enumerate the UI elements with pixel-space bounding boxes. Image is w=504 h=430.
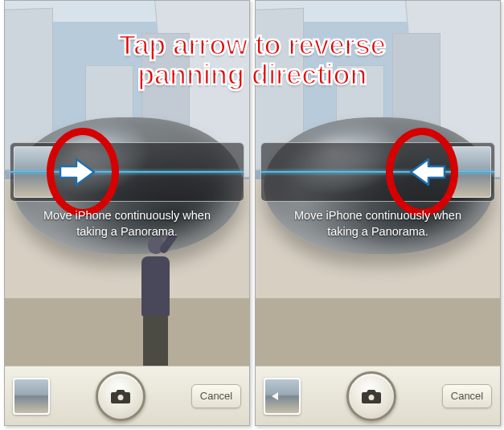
camera-icon (110, 387, 131, 405)
camera-bottom-bar: Cancel (5, 366, 249, 425)
camera-icon (361, 387, 382, 405)
arrow-left-icon (409, 158, 446, 186)
cancel-button[interactable]: Cancel (442, 384, 492, 408)
last-photo-thumbnail[interactable] (264, 378, 301, 415)
screenshot-left: Move iPhone continuously when taking a P… (4, 0, 250, 426)
screenshot-right: Move iPhone continuously when taking a P… (255, 0, 501, 426)
panorama-instruction-text: Move iPhone continuously when taking a P… (5, 208, 249, 240)
panorama-centerline (261, 171, 494, 173)
cancel-button[interactable]: Cancel (191, 384, 241, 408)
last-photo-thumbnail[interactable] (13, 378, 50, 415)
camera-bottom-bar: Cancel (256, 366, 500, 425)
panorama-direction-arrow[interactable] (59, 158, 96, 186)
panorama-centerline (10, 171, 244, 173)
arrow-right-icon (59, 158, 96, 186)
panorama-direction-arrow[interactable] (409, 158, 446, 186)
background-person (133, 236, 178, 377)
panorama-strip (10, 142, 244, 202)
panorama-strip (260, 142, 495, 202)
panorama-instruction-text: Move iPhone continuously when taking a P… (256, 208, 500, 240)
shutter-button[interactable] (346, 371, 396, 421)
shutter-button[interactable] (96, 371, 145, 421)
